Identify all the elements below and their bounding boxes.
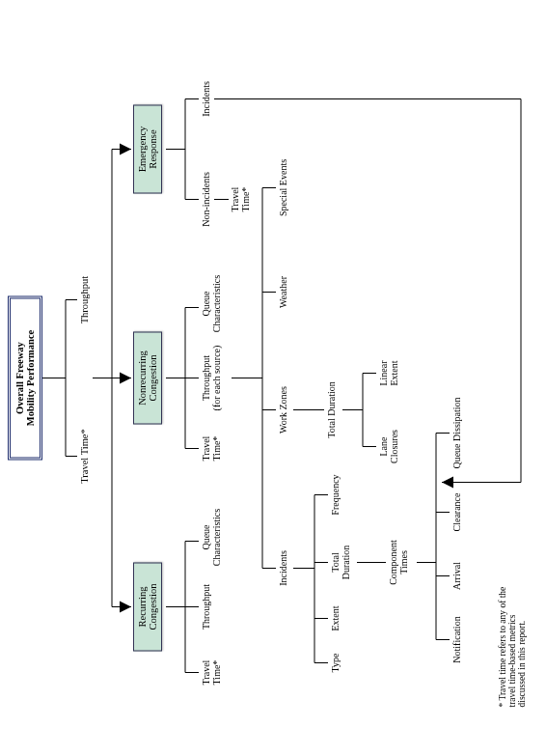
em-incidents: Incidents [201,69,211,130]
nonrecurring-line2: Congestion [148,339,158,418]
em-travel-time: Travel Time* [230,175,251,225]
recurring-line1: Recurring [137,570,148,645]
nrec-throughput: Throughput (for each source) [201,333,222,424]
inc-component-times: Component Times [388,530,409,596]
wz-total-duration: Total Duration [326,374,337,447]
node-recurring: Recurring Congestion [133,563,162,652]
src-special: Special Events [278,148,288,229]
recurring-line2: Congestion [148,570,158,645]
svg-marker-52 [120,373,131,384]
wz-linear-extent: Linear Extent [378,349,399,399]
node-emergency: Emergency Response [133,105,162,194]
title-line2: Mobility Performance [25,309,36,448]
title-line1: Overall Freeway [14,309,25,448]
inc-extent: Extent [330,600,341,638]
rec-queue: Queue Characteristics [201,499,222,576]
nrec-travel-time: Travel Time* [201,424,222,474]
nrec-queue: Queue Characteristics [201,266,222,343]
inc-type: Type [330,646,341,681]
footnote: * Travel time refers to any of the trave… [498,515,527,708]
emergency-line1: Emergency [137,112,148,187]
inc-total-duration: Total Duration [330,536,351,590]
src-weather: Weather [278,264,288,322]
wz-lane-closures: Lane Closures [378,420,399,474]
step-queue-dissipation: Queue Dissipation [451,389,462,478]
em-non-incidents: Non-incidents [201,161,211,238]
svg-marker-53 [120,144,131,155]
src-workzones: Work Zones [278,376,288,445]
title-box: Overall Freeway Mobility Performance [8,296,42,461]
top-travel-time: Travel Time* [79,416,90,497]
step-notification: Notification [451,607,462,673]
rec-throughput: Throughput [201,573,211,642]
step-clearance: Clearance [451,484,462,542]
node-nonrecurring: Nonrecurring Congestion [133,332,162,425]
top-throughput: Throughput [79,262,90,339]
inc-frequency: Frequency [330,466,341,524]
nonrecurring-line1: Nonrecurring [137,339,148,418]
emergency-line2: Response [148,112,158,187]
step-arrival: Arrival [451,555,462,598]
rec-travel-time: Travel Time* [201,648,222,698]
src-incidents: Incidents [278,540,288,598]
svg-marker-51 [120,602,131,613]
